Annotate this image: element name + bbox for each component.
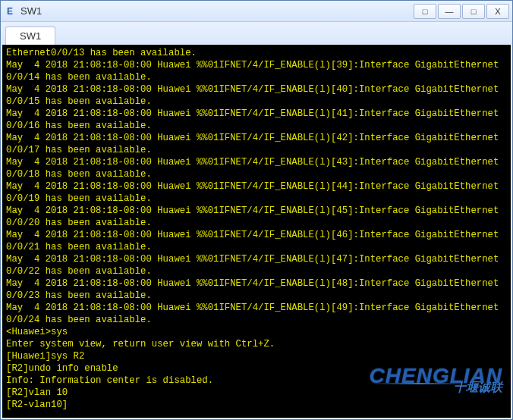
close-button[interactable]: X [486,4,509,19]
window-controls: □ — □ X [412,4,509,19]
terminal-output[interactable]: Ethernet0/0/13 has been available. May 4… [2,45,511,418]
window-title: SW1 [20,5,412,17]
tab-sw1[interactable]: SW1 [5,27,55,45]
minimize-button[interactable]: — [438,4,461,19]
app-window: E SW1 □ — □ X SW1 Ethernet0/0/13 has bee… [0,0,513,420]
terminal-text: Ethernet0/0/13 has been available. May 4… [6,47,507,411]
maximize-button[interactable]: □ [462,4,485,19]
tab-bar: SW1 [1,22,512,45]
app-icon: E [4,5,16,17]
titlebar[interactable]: E SW1 □ — □ X [1,1,512,22]
options-button[interactable]: □ [414,4,436,19]
